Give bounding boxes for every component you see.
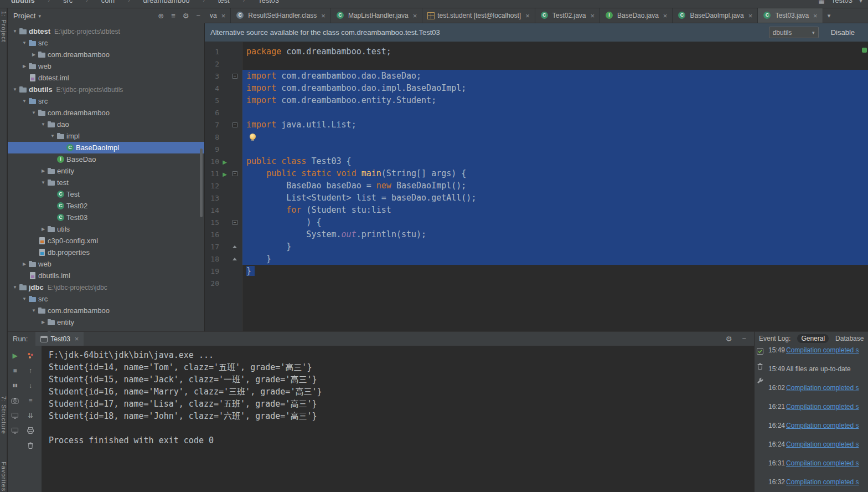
code-line-6[interactable] (242, 106, 868, 119)
event-log-settings-icon[interactable] (756, 377, 764, 385)
tool-button-project[interactable]: 1: Project (0, 11, 7, 42)
event-log-link[interactable]: Compilation completed s (786, 422, 859, 429)
editor-tab-test03-java[interactable]: Test03.java× (758, 8, 823, 23)
tool-button-structure[interactable]: 7: Structure (0, 396, 7, 434)
inspection-status-icon[interactable] (862, 48, 867, 53)
fold-icon[interactable]: − (232, 122, 237, 127)
settings-gear-icon[interactable]: ⚙ (726, 335, 732, 343)
code-line-2[interactable] (242, 58, 868, 70)
breadcrumb-item-test[interactable]: test (218, 0, 230, 4)
tree-item-com-dreambamboo[interactable]: ▶com.dreambamboo (8, 49, 204, 60)
tree-item-dao[interactable]: ▼dao (8, 119, 204, 130)
tab-close-icon[interactable]: × (748, 12, 753, 20)
tree-item-src[interactable]: ▼src (8, 293, 204, 305)
tab-close-icon[interactable]: × (413, 12, 417, 20)
restore-layout-icon[interactable] (11, 412, 19, 419)
tree-item-test03[interactable]: Test03 (8, 212, 204, 223)
tab-close-icon[interactable]: × (525, 12, 530, 20)
code-line-17[interactable]: } (242, 240, 868, 253)
print-icon[interactable] (27, 427, 34, 434)
chevron-down-icon[interactable]: ▾ (859, 0, 862, 4)
tab-close-icon[interactable]: × (663, 12, 668, 20)
code-line-13[interactable]: List<Student> list = baseDao.getAll(); (242, 192, 868, 204)
tree-expander-icon[interactable]: ▶ (30, 52, 38, 57)
tree-expander-icon[interactable]: ▶ (39, 168, 47, 173)
scroll-to-end-icon[interactable]: ⇊ (28, 412, 33, 419)
tree-item-com-dreambamboo[interactable]: ▼com.dreambamboo (8, 107, 204, 119)
tree-expander-icon[interactable]: ▼ (11, 29, 19, 34)
editor-tab-test-student-test-localhost[interactable]: test.student [test@localhost]× (422, 8, 535, 23)
code-line-15[interactable]: ) { (242, 216, 868, 228)
editor-tab-resultsethandler-class[interactable]: ResultSetHandler.class× (231, 8, 331, 23)
settings-gear-icon[interactable]: ⚙ (183, 12, 189, 20)
code-editor[interactable]: package com.dreambamboo.test;import com.… (242, 42, 868, 331)
code-line-20[interactable] (242, 277, 868, 289)
tree-item-jdbc[interactable]: ▼jdbcE:\jdbc-projects\jdbc (8, 281, 204, 293)
tree-item-com-dreambamboo[interactable]: ▼com.dreambamboo (8, 305, 204, 316)
project-panel-title[interactable]: Project (13, 12, 35, 20)
fold-icon[interactable]: − (232, 171, 237, 176)
event-log-link[interactable]: Compilation completed s (786, 346, 859, 354)
stop-icon[interactable]: ■ (13, 367, 17, 375)
pin-tab-icon[interactable] (11, 427, 19, 434)
locate-icon[interactable]: ⊕ (158, 12, 164, 20)
window-grid-icon[interactable]: ▦ (818, 0, 824, 4)
editor-tab-basedaoimpl-java[interactable]: BaseDaoImpl.java× (673, 8, 758, 23)
tree-expander-icon[interactable]: ▼ (39, 122, 47, 127)
run-gutter-icon[interactable]: ▶ (223, 159, 227, 165)
code-line-7[interactable]: import java.util.List; (242, 119, 868, 131)
event-log-link[interactable]: Compilation completed s (786, 478, 859, 486)
mark-read-icon[interactable] (756, 347, 764, 355)
tree-item-utils[interactable]: ▶utils (8, 223, 204, 235)
code-line-9[interactable] (242, 143, 868, 155)
tree-item-src[interactable]: ▼src (8, 95, 204, 107)
screenshot-icon[interactable] (11, 397, 19, 404)
tree-item-test[interactable]: Test (8, 188, 204, 200)
tab-close-icon[interactable]: × (813, 12, 818, 20)
event-log-tab-general[interactable]: General (797, 334, 829, 343)
editor-tab-va[interactable]: va× (205, 8, 231, 23)
run-gutter-icon[interactable]: ▶ (223, 171, 227, 177)
editor-tab-test02-java[interactable]: Test02.java× (535, 8, 600, 23)
tab-close-icon[interactable]: × (321, 12, 326, 20)
tree-expander-icon[interactable]: ▼ (30, 110, 38, 115)
fold-icon[interactable]: − (232, 74, 237, 79)
tree-expander-icon[interactable]: ▶ (39, 320, 47, 325)
code-line-10[interactable]: public class Test03 { (242, 155, 868, 167)
event-log-link[interactable]: Compilation completed s (786, 459, 859, 467)
tab-close-icon[interactable]: × (221, 12, 226, 20)
fold-icon[interactable]: − (232, 220, 237, 225)
hide-panel-icon[interactable]: − (196, 12, 200, 20)
soft-wrap-icon[interactable]: ≡ (28, 397, 32, 404)
tree-item-impl[interactable]: ▼impl (8, 130, 204, 142)
tree-expander-icon[interactable]: ▼ (49, 134, 56, 139)
fold-end-icon[interactable] (232, 245, 237, 248)
code-line-16[interactable]: System.out.println(stu); (242, 228, 868, 240)
rerun-failed-icon[interactable] (27, 352, 34, 360)
code-line-1[interactable]: package com.dreambamboo.test; (242, 45, 868, 58)
code-line-3[interactable]: import com.dreambamboo.dao.BaseDao; (242, 70, 868, 82)
event-log-link[interactable]: Compilation completed s (786, 403, 859, 411)
tree-expander-icon[interactable]: ▼ (11, 285, 19, 290)
up-stack-trace-icon[interactable]: ↑ (29, 367, 32, 375)
tree-expander-icon[interactable]: ▶ (20, 262, 28, 266)
fold-end-icon[interactable] (232, 258, 237, 260)
close-icon[interactable]: × (75, 335, 79, 343)
down-stack-trace-icon[interactable]: ↓ (29, 382, 32, 390)
code-line-14[interactable]: for (Student stu:list (242, 204, 868, 216)
run-config-selector[interactable]: Test03 (831, 0, 852, 4)
tab-close-icon[interactable]: × (591, 12, 595, 20)
event-log-link[interactable]: Compilation completed s (786, 440, 859, 448)
breadcrumb-item-dbutils[interactable]: dbutils (11, 0, 35, 4)
tree-item-dbtest-iml[interactable]: dbtest.iml (8, 72, 204, 84)
tree-expander-icon[interactable]: ▶ (39, 227, 47, 232)
code-line-18[interactable]: } (242, 253, 868, 265)
tree-item-entity[interactable]: ▶entity (8, 316, 204, 328)
code-line-5[interactable]: import com.dreambamboo.entity.Student; (242, 94, 868, 106)
tool-button-favorites[interactable]: Favorites (0, 462, 7, 491)
editor-tab-basedao-java[interactable]: BaseDao.java× (600, 8, 673, 23)
tree-item-web[interactable]: ▶web (8, 258, 204, 270)
run-tab-test03[interactable]: Test03 × (35, 332, 84, 346)
tree-item-web[interactable]: ▶web (8, 60, 204, 72)
clear-log-icon[interactable] (756, 362, 764, 370)
